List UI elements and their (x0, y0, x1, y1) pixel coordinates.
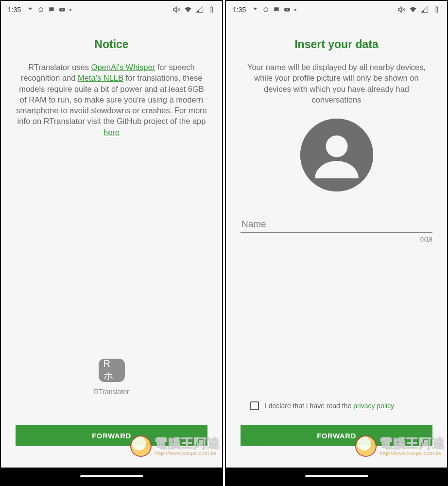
wifi-icon (409, 6, 417, 14)
android-nav-bar (1, 468, 222, 485)
consent-row: I declare that I have read the privacy p… (226, 401, 447, 410)
profile-description: Your name will be displayed by all nearb… (241, 62, 432, 105)
phone-left: 1:35 Notice RTranslator uses OpenAi's Wh… (0, 0, 223, 486)
mute-icon (397, 6, 405, 14)
github-link[interactable]: here (103, 128, 120, 137)
whisper-link[interactable]: OpenAi's Whisper (91, 63, 155, 71)
more-notifications-dot (294, 9, 296, 11)
svg-point-9 (326, 136, 347, 157)
youtube-icon (284, 6, 291, 13)
app-label: RTranslator (94, 388, 129, 396)
android-nav-bar (226, 468, 447, 485)
clock: 1:35 (233, 6, 246, 14)
sync-icon (262, 6, 269, 13)
home-indicator[interactable] (80, 475, 143, 477)
status-bar: 1:35 (226, 1, 447, 18)
char-counter: 0/18 (420, 236, 432, 243)
missed-call-icon (252, 6, 258, 13)
watermark-url: http://www.kocpc.com.tw (379, 451, 445, 456)
more-notifications-dot (69, 9, 71, 11)
battery-icon (432, 6, 440, 14)
svg-rect-7 (436, 6, 437, 7)
signal-icon (421, 6, 429, 14)
forward-button[interactable]: FORWARD (16, 425, 207, 446)
svg-rect-3 (211, 6, 212, 7)
person-icon (300, 119, 373, 191)
name-input[interactable] (241, 215, 432, 233)
notice-description: RTranslator uses OpenAi's Whisper for sp… (16, 62, 207, 138)
profile-title: Insert your data (241, 38, 432, 51)
forward-button[interactable]: FORWARD (241, 425, 432, 446)
consent-checkbox[interactable] (250, 401, 259, 410)
privacy-policy-link[interactable]: privacy policy (353, 402, 394, 410)
wifi-icon (184, 6, 192, 14)
notice-title: Notice (16, 38, 207, 51)
nllb-link[interactable]: Meta's NLLB (78, 73, 123, 82)
consent-text: I declare that I have read the privacy p… (265, 402, 394, 410)
signal-icon (196, 6, 204, 14)
phone-right: 1:35 Insert your data Your name will be … (225, 0, 448, 486)
home-indicator[interactable] (305, 475, 368, 477)
chat-icon (273, 6, 280, 13)
watermark-url: http://www.kocpc.com.tw (155, 451, 220, 456)
sync-icon (37, 6, 44, 13)
missed-call-icon (27, 6, 34, 13)
profile-content: Insert your data Your name will be displ… (226, 18, 447, 401)
clock: 1:35 (8, 6, 21, 14)
chat-icon (48, 6, 55, 13)
app-icon-chip: R ホ (99, 359, 125, 382)
notice-content: Notice RTranslator uses OpenAi's Whisper… (1, 18, 222, 425)
avatar-placeholder[interactable] (300, 119, 373, 191)
mute-icon (172, 6, 180, 14)
status-bar: 1:35 (1, 1, 222, 18)
battery-icon (207, 6, 215, 14)
youtube-icon (59, 6, 66, 13)
